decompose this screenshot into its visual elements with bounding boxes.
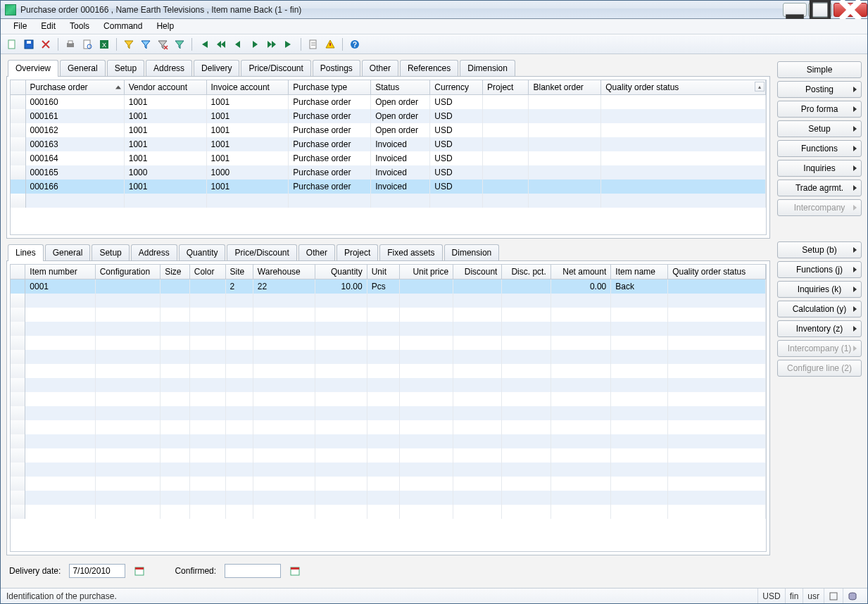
orders-col-status[interactable]: Status (371, 80, 430, 95)
cell-quality[interactable] (601, 109, 766, 123)
lines-tab-other[interactable]: Other (298, 244, 335, 260)
action-posting[interactable]: Posting (777, 81, 862, 98)
cell-project[interactable] (483, 165, 529, 180)
cell-type[interactable]: Purchase order (289, 180, 371, 194)
cell-warehouse[interactable]: 22 (253, 279, 315, 294)
status-layer-icon[interactable] (824, 589, 843, 603)
cell-type[interactable]: Purchase order (289, 109, 371, 123)
orders-col-purchase-order[interactable]: Purchase order (25, 80, 124, 95)
status-db-icon[interactable] (843, 589, 862, 603)
orders-row[interactable]: 00016110011001Purchase orderOpen orderUS… (11, 109, 766, 123)
lines-row-blank[interactable] (11, 505, 766, 519)
cell-status[interactable]: Open order (371, 123, 430, 137)
cell-type[interactable]: Purchase order (289, 95, 371, 110)
scroll-up-icon[interactable]: ▴ (755, 82, 765, 92)
cell-vendor[interactable]: 1001 (124, 109, 206, 123)
cell-quality[interactable] (668, 279, 766, 294)
lines-col-discount[interactable]: Discount (453, 265, 502, 279)
header-tab-postings[interactable]: Postings (313, 60, 360, 76)
header-tab-references[interactable]: References (400, 60, 458, 76)
lines-col-site[interactable]: Site (225, 265, 253, 279)
action-setup[interactable]: Setup (777, 120, 862, 137)
lines-tab-general[interactable]: General (45, 244, 91, 260)
lines-row-blank[interactable] (11, 491, 766, 505)
lines-tab-quantity[interactable]: Quantity (179, 244, 226, 260)
cell-project[interactable] (483, 137, 529, 151)
action-trade-agrmt[interactable]: Trade agrmt. (777, 180, 862, 196)
orders-col-quality-order-status[interactable]: Quality order status (601, 80, 766, 95)
lines-tab-price-discount[interactable]: Price/Discount (227, 244, 296, 260)
lines-tab-dimension[interactable]: Dimension (444, 244, 500, 260)
prev-record-icon[interactable] (231, 37, 245, 51)
lines-col-quality-order-status[interactable]: Quality order status (668, 265, 766, 279)
cell-quality[interactable] (601, 137, 766, 151)
action-inquiries-k[interactable]: Inquiries (k) (777, 281, 862, 298)
lines-tab-project[interactable]: Project (336, 244, 378, 260)
cell-invoice[interactable]: 1001 (206, 95, 289, 110)
cell-quality[interactable] (601, 95, 766, 110)
lines-row-blank[interactable] (11, 364, 766, 378)
orders-grid-wrap[interactable]: Purchase orderVendor accountInvoice acco… (10, 80, 767, 235)
lines-col-size[interactable]: Size (161, 265, 190, 279)
cell-vendor[interactable]: 1001 (124, 123, 206, 137)
cell-quality[interactable] (601, 180, 766, 194)
action-inquiries[interactable]: Inquiries (777, 160, 862, 177)
cell-project[interactable] (483, 109, 529, 123)
print-icon[interactable] (63, 37, 77, 51)
remove-filter-icon[interactable] (156, 37, 170, 51)
export-excel-icon[interactable]: X (97, 37, 111, 51)
cell-blanket[interactable] (529, 95, 601, 110)
new-icon[interactable] (5, 37, 19, 51)
cell-type[interactable]: Purchase order (289, 137, 371, 151)
last-record-icon[interactable] (282, 37, 296, 51)
cell-blanket[interactable] (529, 165, 601, 180)
cell-item[interactable]: 0001 (25, 279, 95, 294)
header-tab-setup[interactable]: Setup (107, 60, 144, 76)
cell-quality[interactable] (601, 165, 766, 180)
cell-invoice[interactable]: 1001 (206, 180, 289, 194)
orders-col-blanket-order[interactable]: Blanket order (529, 80, 601, 95)
lines-row-blank[interactable] (11, 463, 766, 477)
cell-po[interactable]: 000162 (25, 123, 124, 137)
alert-icon[interactable] (323, 37, 337, 51)
orders-col-invoice-account[interactable]: Invoice account (206, 80, 289, 95)
lines-row-blank[interactable] (11, 477, 766, 491)
lines-col-quantity[interactable]: Quantity (315, 265, 367, 279)
cell-type[interactable]: Purchase order (289, 123, 371, 137)
header-tab-dimension[interactable]: Dimension (460, 60, 515, 76)
lines-col-net-amount[interactable]: Net amount (551, 265, 611, 279)
minimize-button[interactable] (783, 3, 807, 17)
cell-status[interactable]: Invoiced (371, 165, 430, 180)
help-icon[interactable]: ? (348, 37, 362, 51)
cell-po[interactable]: 000165 (25, 165, 124, 180)
menu-file[interactable]: File (6, 19, 34, 34)
cell-net[interactable]: 0.00 (551, 279, 611, 294)
print-preview-icon[interactable] (80, 37, 94, 51)
menu-help[interactable]: Help (149, 19, 181, 34)
action-setup-b[interactable]: Setup (b) (777, 241, 862, 258)
delete-icon[interactable] (39, 37, 53, 51)
action-inventory-z[interactable]: Inventory (z) (777, 320, 862, 337)
cell-vendor[interactable]: 1001 (124, 151, 206, 165)
action-simple[interactable]: Simple (777, 61, 862, 78)
lines-row-blank[interactable] (11, 392, 766, 406)
header-tab-address[interactable]: Address (146, 60, 192, 76)
lines-tab-setup[interactable]: Setup (92, 244, 129, 260)
maximize-button[interactable] (808, 3, 832, 17)
cell-quality[interactable] (601, 123, 766, 137)
action-calculation-y[interactable]: Calculation (y) (777, 301, 862, 317)
cell-vendor[interactable]: 1000 (124, 165, 206, 180)
lines-row-blank[interactable] (11, 378, 766, 392)
cell-po[interactable]: 000163 (25, 137, 124, 151)
lines-tab-address[interactable]: Address (131, 244, 177, 260)
lines-row-blank[interactable] (11, 294, 766, 308)
header-tab-overview[interactable]: Overview (8, 60, 58, 76)
lines-row-blank[interactable] (11, 350, 766, 364)
orders-row[interactable]: 00016310011001Purchase orderInvoicedUSD (11, 137, 766, 151)
cell-size[interactable] (161, 279, 190, 294)
lines-col-color[interactable]: Color (189, 265, 225, 279)
sort-icon[interactable] (172, 37, 187, 51)
lines-col-unit[interactable]: Unit (367, 265, 399, 279)
lines-row-blank[interactable] (11, 420, 766, 434)
orders-row[interactable]: 00016010011001Purchase orderOpen orderUS… (11, 95, 766, 110)
